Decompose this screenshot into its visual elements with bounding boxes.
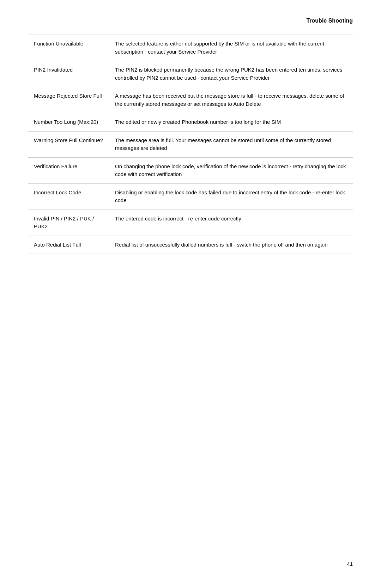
description-cell: The PIN2 is blocked permanently because … [109, 61, 353, 87]
table-row: PIN2 InvalidatedThe PIN2 is blocked perm… [28, 61, 353, 87]
term-cell: Warning Store Full Continue? [28, 131, 109, 157]
term-cell: Auto Redial List Full [28, 236, 109, 254]
description-cell: On changing the phone lock code, verific… [109, 157, 353, 183]
term-cell: Function Unavailable [28, 35, 109, 61]
page-header: Trouble Shooting [28, 18, 353, 24]
term-cell: Incorrect Lock Code [28, 183, 109, 210]
description-cell: Redial list of unsuccessfully dialled nu… [109, 236, 353, 254]
table-row: Verification FailureOn changing the phon… [28, 157, 353, 183]
term-cell: Invalid PIN / PIN2 / PUK / PUK2 [28, 210, 109, 236]
description-cell: Disabling or enabling the lock code has … [109, 183, 353, 210]
description-cell: The message area is full. Your messages … [109, 131, 353, 157]
trouble-shooting-table: Function UnavailableThe selected feature… [28, 35, 353, 254]
description-cell: The edited or newly created Phonebook nu… [109, 113, 353, 132]
term-cell: Number Too Long (Max:20) [28, 113, 109, 132]
table-row: Message Rejected Store FullA message has… [28, 87, 353, 113]
table-row: Number Too Long (Max:20)The edited or ne… [28, 113, 353, 132]
table-row: Incorrect Lock CodeDisabling or enabling… [28, 183, 353, 210]
description-cell: The entered code is incorrect - re-enter… [109, 210, 353, 236]
description-cell: The selected feature is either not suppo… [109, 35, 353, 61]
term-cell: Verification Failure [28, 157, 109, 183]
term-cell: Message Rejected Store Full [28, 87, 109, 113]
page-footer: 41 [347, 561, 353, 567]
table-row: Invalid PIN / PIN2 / PUK / PUK2The enter… [28, 210, 353, 236]
page-number: 41 [347, 561, 353, 567]
table-row: Auto Redial List FullRedial list of unsu… [28, 236, 353, 254]
table-row: Warning Store Full Continue?The message … [28, 131, 353, 157]
page-title: Trouble Shooting [306, 18, 353, 24]
description-cell: A message has been received but the mess… [109, 87, 353, 113]
table-row: Function UnavailableThe selected feature… [28, 35, 353, 61]
term-cell: PIN2 Invalidated [28, 61, 109, 87]
